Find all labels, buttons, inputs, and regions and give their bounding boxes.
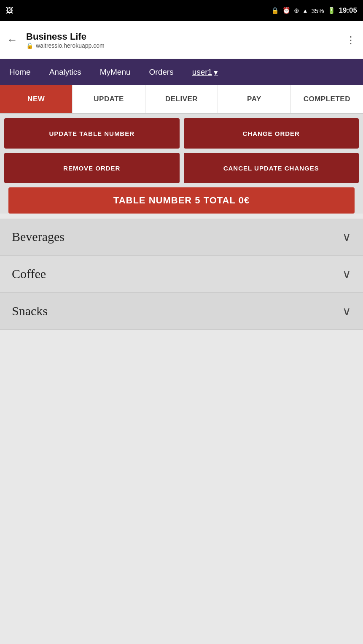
chevron-down-icon-beverages: ∨ <box>342 230 351 244</box>
sim-icon: 🔒 <box>271 7 279 14</box>
status-bar: 🖼 🔒 ⏰ ⊛ ▲ 35% 🔋 19:05 <box>0 0 363 21</box>
nav-home-label: Home <box>9 68 31 77</box>
tab-new-label: NEW <box>27 95 45 103</box>
table-banner: TABLE NUMBER 5 TOTAL 0€ <box>8 187 355 214</box>
change-order-button[interactable]: CHANGE ORDER <box>184 118 359 149</box>
nav-user-dropdown-arrow: ▾ <box>214 68 218 77</box>
category-beverages-label: Beverages <box>12 230 65 244</box>
nav-user-menu[interactable]: user1 ▾ <box>183 68 228 77</box>
browser-bar: ← Business Life 🔒 waitressio.herokuapp.c… <box>0 21 363 59</box>
tab-completed[interactable]: COMPLETED <box>291 85 363 113</box>
tab-pay[interactable]: PAY <box>218 85 290 113</box>
tab-deliver-label: DELIVER <box>165 95 198 103</box>
signal-icon: ▲ <box>303 8 308 14</box>
categories-area: Beverages ∨ Coffee ∨ Snacks ∨ <box>0 219 363 330</box>
browser-menu-button[interactable]: ⋮ <box>346 34 356 46</box>
app-title: Business Life <box>26 31 105 42</box>
chevron-down-icon-coffee: ∨ <box>342 267 351 281</box>
url-text: waitressio.herokuapp.com <box>36 42 105 49</box>
actions-area: UPDATE TABLE NUMBER CHANGE ORDER REMOVE … <box>0 114 363 214</box>
browser-url-bar: 🔒 waitressio.herokuapp.com <box>26 42 105 49</box>
cancel-update-changes-button[interactable]: CANCEL UPDATE CHANGES <box>184 153 359 183</box>
nav-item-mymenu[interactable]: MyMenu <box>91 59 140 85</box>
tab-bar: NEW UPDATE DELIVER PAY COMPLETED <box>0 85 363 114</box>
nav-bar: Home Analytics MyMenu Orders user1 ▾ <box>0 59 363 85</box>
status-bar-left: 🖼 <box>6 6 13 15</box>
remove-order-button[interactable]: REMOVE ORDER <box>4 153 180 183</box>
tab-deliver[interactable]: DELIVER <box>145 85 218 113</box>
tab-completed-label: COMPLETED <box>304 95 350 103</box>
category-coffee-label: Coffee <box>12 267 46 281</box>
category-snacks-label: Snacks <box>12 304 48 318</box>
nav-analytics-label: Analytics <box>49 68 81 77</box>
tab-new[interactable]: NEW <box>0 85 73 113</box>
nav-item-analytics[interactable]: Analytics <box>40 59 91 85</box>
tab-update-label: UPDATE <box>94 95 124 103</box>
nav-user-label: user1 <box>192 68 212 77</box>
action-row-2: REMOVE ORDER CANCEL UPDATE CHANGES <box>4 153 359 183</box>
update-table-number-button[interactable]: UPDATE TABLE NUMBER <box>4 118 180 149</box>
nav-mymenu-label: MyMenu <box>100 68 131 77</box>
browser-title-area: Business Life 🔒 waitressio.herokuapp.com <box>26 31 105 49</box>
photo-icon: 🖼 <box>6 6 13 15</box>
nav-orders-label: Orders <box>149 68 174 77</box>
action-row-1: UPDATE TABLE NUMBER CHANGE ORDER <box>4 118 359 149</box>
lock-icon: 🔒 <box>26 42 33 49</box>
category-snacks[interactable]: Snacks ∨ <box>0 293 363 330</box>
wifi-icon: ⊛ <box>294 7 299 14</box>
content-area <box>0 330 363 583</box>
tab-pay-label: PAY <box>247 95 261 103</box>
chevron-down-icon-snacks: ∨ <box>342 304 351 318</box>
tab-update[interactable]: UPDATE <box>73 85 145 113</box>
nav-item-orders[interactable]: Orders <box>140 59 183 85</box>
alarm-icon: ⏰ <box>282 7 290 14</box>
status-bar-right: 🔒 ⏰ ⊛ ▲ 35% 🔋 19:05 <box>271 6 357 15</box>
battery-icon: 🔋 <box>328 7 336 14</box>
status-time: 19:05 <box>339 6 357 15</box>
table-banner-text: TABLE NUMBER 5 TOTAL 0€ <box>113 195 250 206</box>
nav-item-home[interactable]: Home <box>0 59 40 85</box>
back-button[interactable]: ← <box>7 33 18 46</box>
battery-percentage: 35% <box>311 7 324 14</box>
category-beverages[interactable]: Beverages ∨ <box>0 219 363 256</box>
category-coffee[interactable]: Coffee ∨ <box>0 256 363 293</box>
